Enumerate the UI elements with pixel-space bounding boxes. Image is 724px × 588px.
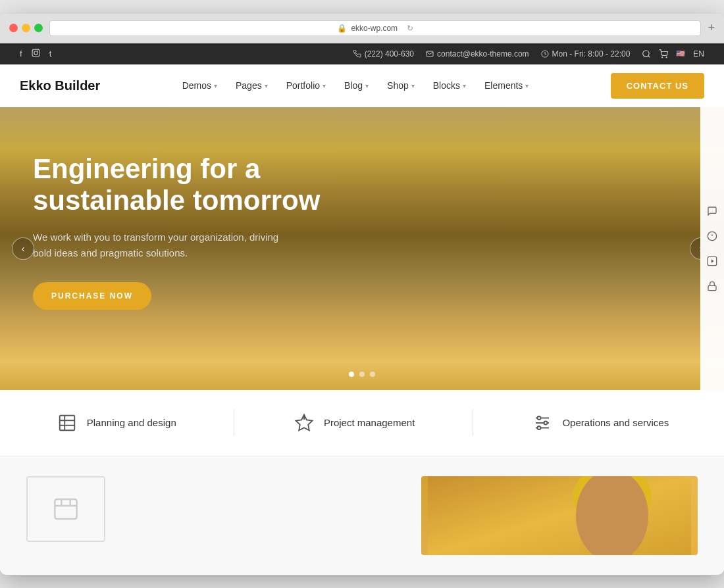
info-icon[interactable] bbox=[706, 230, 719, 243]
service-operations-label: Operations and services bbox=[562, 417, 669, 428]
svg-rect-0 bbox=[32, 49, 39, 57]
hero-content: Engineering for a sustainable tomorrow W… bbox=[0, 107, 369, 356]
phone-info: (222) 400-630 bbox=[353, 49, 414, 59]
nav-item-portfolio[interactable]: Portfolio ▾ bbox=[278, 75, 334, 96]
services-bar: Planning and design Project management bbox=[0, 390, 724, 456]
svg-point-6 bbox=[662, 57, 663, 57]
slider-dot-2[interactable] bbox=[359, 372, 365, 377]
svg-point-45 bbox=[544, 421, 548, 424]
twitter-link[interactable]: t bbox=[49, 49, 52, 59]
svg-point-44 bbox=[538, 416, 541, 420]
nav-item-elements[interactable]: Elements ▾ bbox=[477, 75, 536, 96]
nav-item-demos[interactable]: Demos ▾ bbox=[174, 75, 225, 96]
browser-chrome: 🔒 ekko-wp.com ↻ + bbox=[0, 14, 724, 43]
svg-point-16 bbox=[376, 216, 406, 254]
svg-rect-13 bbox=[382, 190, 465, 204]
service-divider-2 bbox=[473, 410, 473, 436]
svg-line-5 bbox=[648, 55, 650, 57]
top-bar: f t (222) 400-630 contact@ekko-theme.com… bbox=[0, 43, 724, 64]
hours-info: Mon - Fri: 8:00 - 22:00 bbox=[541, 49, 631, 59]
email-info: contact@ekko-theme.com bbox=[426, 49, 529, 59]
chevron-down-icon: ▾ bbox=[265, 82, 268, 89]
minimize-button[interactable] bbox=[22, 24, 30, 32]
slider-dots bbox=[349, 372, 375, 377]
hero-prev-button[interactable]: ‹ bbox=[12, 237, 34, 260]
service-planning-label: Planning and design bbox=[87, 417, 176, 428]
svg-rect-47 bbox=[55, 499, 76, 519]
refresh-icon[interactable]: ↻ bbox=[407, 24, 413, 33]
svg-point-9 bbox=[423, 190, 696, 389]
svg-rect-11 bbox=[615, 135, 642, 389]
lock-icon: 🔒 bbox=[337, 24, 347, 33]
chevron-down-icon: ▾ bbox=[323, 82, 326, 89]
service-management-label: Project management bbox=[324, 417, 415, 428]
svg-point-4 bbox=[643, 50, 649, 56]
new-tab-button[interactable]: + bbox=[708, 21, 715, 35]
search-icon[interactable] bbox=[642, 49, 651, 59]
chevron-down-icon: ▾ bbox=[463, 82, 466, 89]
url-text: ekko-wp.com bbox=[351, 24, 398, 33]
slider-dot-3[interactable] bbox=[370, 372, 375, 377]
browser-window: 🔒 ekko-wp.com ↻ + f t (222) 400-630 cont… bbox=[0, 14, 724, 575]
management-icon bbox=[292, 411, 316, 435]
service-divider-1 bbox=[234, 410, 234, 436]
bottom-card bbox=[26, 476, 105, 542]
facebook-link[interactable]: f bbox=[20, 49, 22, 59]
slider-dot-1[interactable] bbox=[349, 372, 354, 377]
address-bar[interactable]: 🔒 ekko-wp.com ↻ bbox=[49, 20, 701, 36]
right-sidebar bbox=[700, 107, 724, 390]
svg-point-7 bbox=[666, 57, 667, 57]
traffic-lights bbox=[9, 24, 43, 32]
main-navigation: Ekko Builder Demos ▾ Pages ▾ Portfolio ▾… bbox=[0, 64, 724, 107]
service-operations: Operations and services bbox=[530, 411, 669, 435]
play-icon[interactable] bbox=[706, 255, 719, 268]
svg-rect-15 bbox=[405, 214, 442, 227]
hero-subtitle: We work with you to transform your organ… bbox=[33, 230, 283, 261]
svg-point-2 bbox=[37, 50, 38, 51]
maximize-button[interactable] bbox=[34, 24, 43, 32]
nav-item-blog[interactable]: Blog ▾ bbox=[336, 75, 376, 96]
chevron-down-icon: ▾ bbox=[365, 82, 369, 89]
hours-text: Mon - Fri: 8:00 - 22:00 bbox=[552, 49, 631, 59]
svg-point-53 bbox=[576, 476, 648, 555]
flag-icon: 🇺🇸 bbox=[676, 49, 685, 58]
chevron-down-icon: ▾ bbox=[411, 82, 415, 89]
svg-rect-18 bbox=[362, 262, 485, 389]
service-management: Project management bbox=[292, 411, 415, 435]
service-planning: Planning and design bbox=[55, 411, 176, 435]
site-logo[interactable]: Ekko Builder bbox=[20, 78, 100, 93]
nav-item-shop[interactable]: Shop ▾ bbox=[379, 75, 423, 96]
nav-item-pages[interactable]: Pages ▾ bbox=[228, 75, 276, 96]
chevron-down-icon: ▾ bbox=[214, 82, 217, 89]
purchase-now-button[interactable]: PURCHASE NOW bbox=[33, 282, 151, 310]
svg-rect-10 bbox=[478, 170, 532, 374]
svg-point-17 bbox=[441, 216, 471, 254]
bottom-section bbox=[0, 456, 724, 575]
operations-icon bbox=[530, 411, 554, 435]
contact-us-button[interactable]: Contact US bbox=[611, 73, 704, 99]
close-button[interactable] bbox=[9, 24, 18, 32]
hero-title: Engineering for a sustainable tomorrow bbox=[33, 153, 336, 217]
cart-icon[interactable] bbox=[659, 49, 668, 59]
hero-section: Engineering for a sustainable tomorrow W… bbox=[0, 107, 724, 390]
nav-item-blocks[interactable]: Blocks ▾ bbox=[425, 75, 474, 96]
nav-menu: Demos ▾ Pages ▾ Portfolio ▾ Blog ▾ Shop … bbox=[174, 75, 537, 96]
svg-rect-51 bbox=[428, 476, 691, 555]
instagram-link[interactable] bbox=[32, 49, 40, 59]
svg-rect-34 bbox=[708, 285, 716, 290]
planning-icon bbox=[55, 411, 79, 435]
email-address: contact@ekko-theme.com bbox=[437, 49, 529, 59]
bottom-image bbox=[421, 476, 698, 555]
comment-icon[interactable] bbox=[706, 205, 719, 218]
svg-point-14 bbox=[390, 180, 458, 262]
social-links: f t bbox=[20, 49, 51, 59]
svg-point-46 bbox=[538, 426, 541, 429]
svg-marker-33 bbox=[711, 259, 714, 262]
lock-sidebar-icon[interactable] bbox=[706, 280, 719, 293]
svg-point-1 bbox=[34, 51, 37, 54]
top-bar-contact: (222) 400-630 contact@ekko-theme.com Mon… bbox=[353, 49, 704, 59]
chevron-down-icon: ▾ bbox=[525, 82, 529, 89]
svg-point-12 bbox=[376, 156, 471, 224]
lang-text[interactable]: EN bbox=[693, 49, 704, 59]
top-bar-icons: 🇺🇸 EN bbox=[642, 49, 704, 59]
